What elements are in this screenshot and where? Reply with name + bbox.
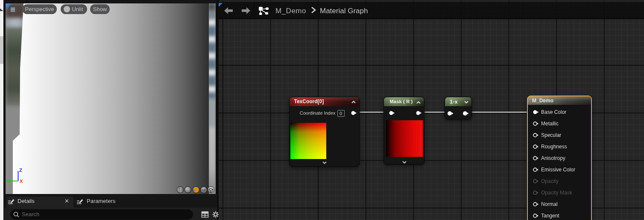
svg-text:X: X [20,179,23,184]
svg-text:Z: Z [19,168,22,173]
